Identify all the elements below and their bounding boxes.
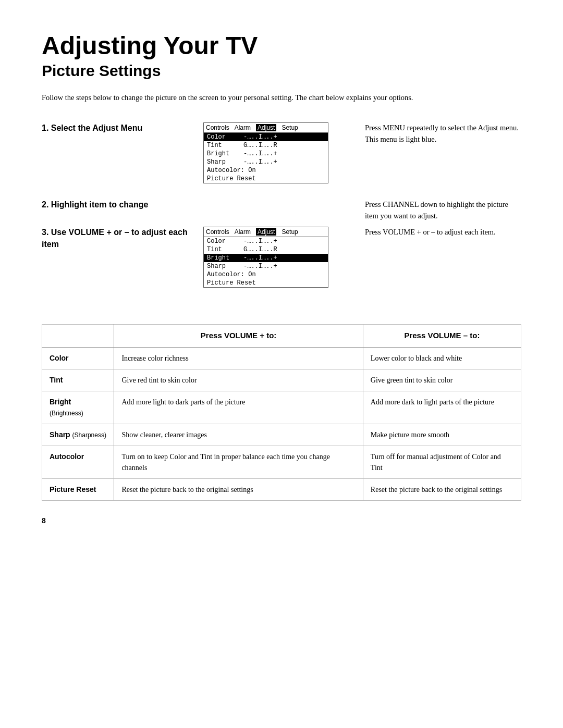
table-cell-plus-color: Increase color richness — [114, 347, 363, 369]
menu-label-tint-1: Tint — [207, 142, 243, 149]
table-row: Autocolor Turn on to keep Color and Tint… — [42, 446, 521, 478]
menu-item-alarm-3: Alarm — [235, 228, 251, 236]
steps-section: 1. Select the Adjust Menu Controls Alarm… — [42, 122, 521, 304]
sub-title: Picture Settings — [42, 62, 521, 80]
menu-row-bright-1: Bright -…..I…..+ — [204, 150, 328, 158]
table-cell-minus-tint: Give green tint to skin color — [363, 369, 521, 391]
step-3-row: 3. Use VOLUME + or – to adjust each item… — [42, 227, 521, 288]
menu-row-autocolor-3: Autocolor: On — [204, 270, 328, 279]
table-cell-plus-bright: Add more light to dark parts of the pict… — [114, 391, 363, 424]
menu-row-bright-3: Bright -…..I…..+ — [204, 254, 328, 262]
step-3-desc: Press VOLUME + or – to adjust each item. — [365, 228, 496, 236]
row-label-reset: Picture Reset — [50, 485, 96, 493]
menu-item-adjust-active: Adjust — [256, 124, 276, 131]
step-3-left: 3. Use VOLUME + or – to adjust each item — [42, 227, 198, 255]
table-row: Sharp (Sharpness) Show cleaner, clearer … — [42, 424, 521, 446]
table-row: Color Increase color richness Lower colo… — [42, 347, 521, 369]
step-1-heading: 1. Select the Adjust Menu — [42, 122, 198, 134]
menu-value-color-3: -…..I…..+ — [243, 238, 325, 245]
main-title: Adjusting Your TV — [42, 31, 521, 60]
menu-label-bright-1: Bright — [207, 150, 243, 157]
step-2-left: 2. Highlight item to change — [42, 199, 198, 216]
menu-label-autocolor-3: Autocolor: On — [207, 271, 256, 278]
step-3-right: Press VOLUME + or – to adjust each item. — [344, 227, 521, 238]
table-cell-minus-bright: Add more dark to light parts of the pict… — [363, 391, 521, 424]
menu-item-alarm: Alarm — [235, 124, 251, 131]
table-header-minus: Press VOLUME – to: — [363, 325, 521, 348]
step-3-heading: 3. Use VOLUME + or – to adjust each item — [42, 227, 198, 250]
table-row: Tint Give red tint to skin color Give gr… — [42, 369, 521, 391]
menu-value-tint-3: G…..I…..R — [243, 246, 325, 253]
menu-row-tint-1: Tint G…..I…..R — [204, 141, 328, 150]
menu-label-sharp-1: Sharp — [207, 158, 243, 166]
menu-row-reset-1: Picture Reset — [204, 175, 328, 183]
menu-value-bright-1: -…..I…..+ — [243, 150, 325, 157]
menu-screenshot-1: Controls Alarm Adjust Setup Color -…..I…… — [203, 122, 328, 183]
step-3-menu: Controls Alarm Adjust Setup Color -…..I…… — [203, 227, 334, 288]
row-sub-sharp: (Sharpness) — [72, 431, 106, 439]
row-label-autocolor: Autocolor — [50, 452, 84, 461]
table-cell-minus-reset: Reset the picture back to the original s… — [363, 478, 521, 500]
row-sub-bright: (Brightness) — [50, 410, 83, 417]
menu-row-sharp-3: Sharp -…..I…..+ — [204, 262, 328, 270]
row-label-sharp: Sharp — [50, 430, 70, 439]
menu-topbar-3: Controls Alarm Adjust Setup — [204, 227, 328, 237]
menu-value-sharp-1: -…..I…..+ — [243, 158, 325, 166]
menu-row-color-3: Color -…..I…..+ — [204, 237, 328, 245]
menu-label-reset-1: Picture Reset — [207, 175, 256, 182]
menu-topbar-1: Controls Alarm Adjust Setup — [204, 123, 328, 133]
table-cell-label-autocolor: Autocolor — [42, 446, 114, 478]
step-1-row: 1. Select the Adjust Menu Controls Alarm… — [42, 122, 521, 183]
menu-item-controls-3: Controls — [206, 228, 229, 236]
step-1-menu: Controls Alarm Adjust Setup Color -…..I…… — [203, 122, 334, 183]
menu-item-setup: Setup — [282, 124, 298, 131]
step-1-right: Press MENU repeatedly to select the Adju… — [344, 122, 521, 145]
menu-value-bright-3: -…..I…..+ — [243, 254, 325, 262]
menu-label-autocolor-1: Autocolor: On — [207, 167, 256, 174]
menu-label-bright-3: Bright — [207, 254, 243, 262]
step-2-heading: 2. Highlight item to change — [42, 199, 198, 211]
table-row: Bright (Brightness) Add more light to da… — [42, 391, 521, 424]
table-cell-label-reset: Picture Reset — [42, 478, 114, 500]
table-cell-plus-reset: Reset the picture back to the original s… — [114, 478, 363, 500]
table-cell-label-tint: Tint — [42, 369, 114, 391]
step-2-row: 2. Highlight item to change Press CHANNE… — [42, 199, 521, 222]
menu-item-setup-3: Setup — [282, 228, 298, 236]
menu-value-tint-1: G…..I…..R — [243, 142, 325, 149]
row-label-bright: Bright — [50, 398, 71, 406]
step-2-desc: Press CHANNEL down to highlight the pict… — [365, 200, 508, 220]
menu-row-reset-3: Picture Reset — [204, 279, 328, 287]
row-label-color: Color — [50, 354, 69, 362]
table-cell-plus-sharp: Show cleaner, clearer images — [114, 424, 363, 446]
menu-row-sharp-1: Sharp -…..I…..+ — [204, 158, 328, 166]
menu-row-color-1: Color -…..I…..+ — [204, 133, 328, 141]
step-2-right: Press CHANNEL down to highlight the pict… — [344, 199, 521, 222]
menu-row-tint-3: Tint G…..I…..R — [204, 245, 328, 254]
table-cell-label-bright: Bright (Brightness) — [42, 391, 114, 424]
menu-label-tint-3: Tint — [207, 246, 243, 253]
menu-row-autocolor-1: Autocolor: On — [204, 166, 328, 175]
intro-text: Follow the steps below to change the pic… — [42, 92, 521, 104]
table-cell-minus-autocolor: Turn off for manual adjustment of Color … — [363, 446, 521, 478]
table-cell-minus-color: Lower color to black and white — [363, 347, 521, 369]
menu-item-adjust-active-3: Adjust — [256, 228, 276, 236]
table-header-plus: Press VOLUME + to: — [114, 325, 363, 348]
table-header-label — [42, 325, 114, 348]
menu-item-controls: Controls — [206, 124, 229, 131]
table-cell-plus-autocolor: Turn on to keep Color and Tint in proper… — [114, 446, 363, 478]
menu-label-reset-3: Picture Reset — [207, 279, 256, 287]
settings-table: Press VOLUME + to: Press VOLUME – to: Co… — [42, 324, 521, 501]
menu-value-sharp-3: -…..I…..+ — [243, 263, 325, 270]
menu-label-sharp-3: Sharp — [207, 263, 243, 270]
menu-label-color-1: Color — [207, 133, 243, 141]
table-row: Picture Reset Reset the picture back to … — [42, 478, 521, 500]
menu-value-color-1: -…..I…..+ — [243, 133, 325, 141]
page-number: 8 — [42, 516, 521, 525]
row-label-tint: Tint — [50, 376, 63, 384]
table-cell-plus-tint: Give red tint to skin color — [114, 369, 363, 391]
menu-label-color-3: Color — [207, 238, 243, 245]
table-header-row: Press VOLUME + to: Press VOLUME – to: — [42, 325, 521, 348]
menu-screenshot-3: Controls Alarm Adjust Setup Color -…..I…… — [203, 227, 328, 288]
table-cell-label-color: Color — [42, 347, 114, 369]
table-cell-label-sharp: Sharp (Sharpness) — [42, 424, 114, 446]
